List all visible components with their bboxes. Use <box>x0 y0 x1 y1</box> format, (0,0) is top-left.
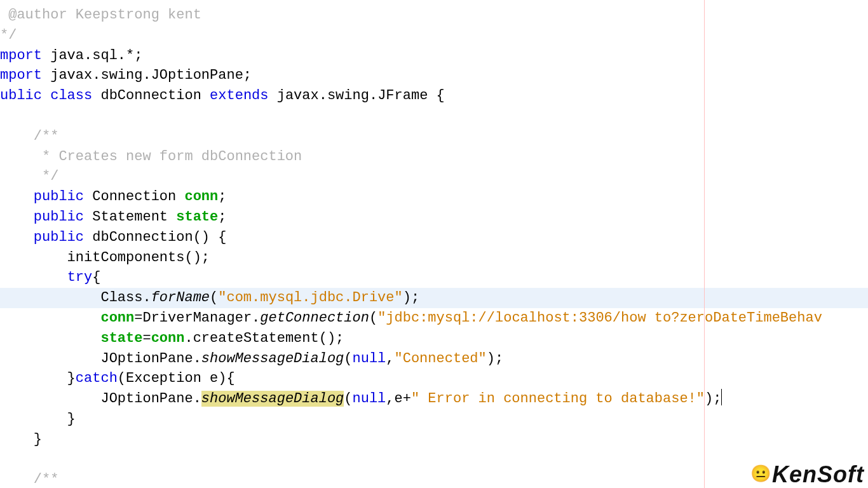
code-text: (Exception e){ <box>118 370 235 386</box>
indent <box>0 310 100 326</box>
code-line: */ <box>0 25 868 46</box>
code-line: } <box>0 430 868 450</box>
code-line: * Creates new form dbConnection <box>0 147 868 167</box>
code-text: .createStatement(); <box>184 330 344 346</box>
string-literal: "com.mysql.jdbc.Drive" <box>218 290 402 306</box>
keyword: catch <box>76 370 118 386</box>
code-text: } <box>0 431 42 447</box>
keyword: class <box>50 88 92 104</box>
static-method: getConnection <box>260 310 369 326</box>
code-text: Connection <box>84 189 184 205</box>
comment-text: /** <box>0 471 58 487</box>
comment-text: * Creates new form dbConnection <box>0 149 302 165</box>
string-literal: "Connected" <box>395 351 487 367</box>
code-line: public Connection conn; <box>0 187 868 207</box>
code-text: } <box>0 411 76 427</box>
code-text: initComponents(); <box>0 250 210 266</box>
code-line: mport java.sql.*; <box>0 46 868 66</box>
code-line: /** <box>0 126 868 147</box>
code-text: } <box>0 370 76 386</box>
code-line: initComponents(); <box>0 248 868 268</box>
code-line: state=conn.createStatement(); <box>0 329 868 349</box>
emoji-icon: 😐 <box>750 464 771 484</box>
field: state <box>100 330 142 346</box>
comment-text: @author Keepstrong kent <box>0 7 201 23</box>
string-literal: " Error in connecting to database!" <box>411 391 705 407</box>
field: conn <box>184 189 218 205</box>
code-text: = <box>142 330 151 346</box>
code-text: java.sql.*; <box>42 48 142 64</box>
code-line: /** <box>0 470 868 488</box>
keyword: public <box>34 229 84 245</box>
code-line: JOptionPane.showMessageDialog(null,"Conn… <box>0 349 868 369</box>
code-line: @author Keepstrong kent <box>0 5 868 25</box>
code-text: Statement <box>84 209 176 225</box>
code-line-active: Class.forName("com.mysql.jdbc.Drive"); <box>0 288 868 308</box>
brand-watermark: 😐 KenSoft <box>750 461 864 488</box>
keyword: null <box>353 351 386 367</box>
code-text: ,e+ <box>386 391 411 407</box>
code-line: */ <box>0 166 868 187</box>
text-cursor <box>721 389 722 405</box>
code-text: Class. <box>0 290 151 306</box>
code-text: ( <box>344 351 352 367</box>
code-text <box>42 88 50 104</box>
right-margin-guide <box>704 0 705 488</box>
code-line: public Statement state; <box>0 207 868 227</box>
code-text: ; <box>218 189 226 205</box>
code-line: try{ <box>0 268 868 288</box>
keyword: null <box>353 391 386 407</box>
comment-text: */ <box>0 168 58 184</box>
indent <box>0 209 34 225</box>
keyword: ublic <box>0 88 42 104</box>
code-text: ); <box>487 351 503 367</box>
comment-text: /** <box>0 128 58 144</box>
code-text: ; <box>218 209 226 225</box>
code-text: dbConnection() { <box>84 229 226 245</box>
string-literal: "jdbc:mysql://localhost:3306/how to?zero… <box>377 310 822 326</box>
code-line: conn=DriverManager.getConnection("jdbc:m… <box>0 308 868 329</box>
code-text: { <box>92 269 100 285</box>
code-text: , <box>386 351 394 367</box>
field: state <box>176 209 218 225</box>
keyword: mport <box>0 67 42 83</box>
brand-text: KenSoft <box>772 461 864 488</box>
code-text: ( <box>210 290 218 306</box>
code-line: mport javax.swing.JOptionPane; <box>0 65 868 86</box>
code-line: JOptionPane.showMessageDialog(null,e+" E… <box>0 389 868 409</box>
code-text: javax.swing.JFrame { <box>269 88 445 104</box>
indent <box>0 229 34 245</box>
indent <box>0 330 100 346</box>
keyword: try <box>67 269 93 285</box>
code-line <box>0 106 868 126</box>
field: conn <box>100 310 134 326</box>
code-text: ( <box>344 391 352 407</box>
code-text: JOptionPane. <box>0 391 201 407</box>
code-line: public dbConnection() { <box>0 227 868 248</box>
indent <box>0 189 34 205</box>
keyword: public <box>34 189 84 205</box>
static-method-highlighted: showMessageDialog <box>201 391 344 407</box>
code-text: dbConnection <box>92 88 210 104</box>
keyword: extends <box>210 88 268 104</box>
comment-text: */ <box>0 27 17 43</box>
code-text: ); <box>705 391 721 407</box>
code-text: ); <box>403 290 419 306</box>
static-method: showMessageDialog <box>201 351 344 367</box>
code-text: =DriverManager. <box>134 310 260 326</box>
keyword: mport <box>0 48 42 64</box>
code-line: } <box>0 409 868 430</box>
code-text: javax.swing.JOptionPane; <box>42 67 252 83</box>
code-line: ublic class dbConnection extends javax.s… <box>0 86 868 106</box>
code-text: ( <box>369 310 377 326</box>
keyword: public <box>34 209 84 225</box>
static-method: forName <box>151 290 210 306</box>
code-line: }catch(Exception e){ <box>0 369 868 389</box>
field: conn <box>151 330 185 346</box>
code-line <box>0 450 868 470</box>
code-editor[interactable]: @author Keepstrong kent */ mport java.sq… <box>0 0 868 488</box>
code-text: JOptionPane. <box>0 351 201 367</box>
indent <box>0 269 67 285</box>
